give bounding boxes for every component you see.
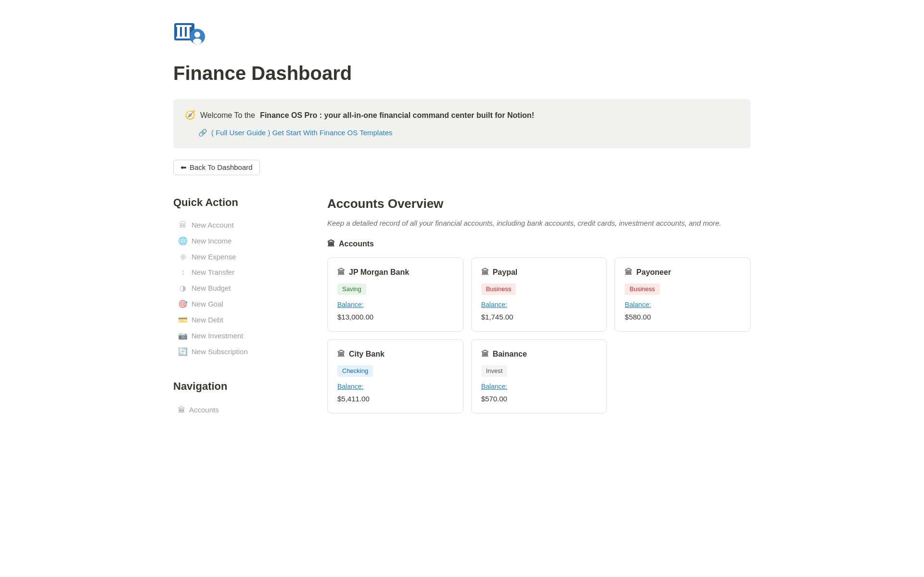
balance-label-1: Balance: (481, 300, 597, 310)
qa-label-1: New Income (192, 237, 231, 245)
quick-action-section: Quick Action 🏛New Account🌐New Income⊕New… (173, 194, 308, 359)
accounts-label-text: Accounts (339, 238, 374, 250)
balance-label-3: Balance: (337, 382, 453, 392)
qa-icon-0: 🏛 (178, 221, 188, 230)
welcome-text-bold: Finance OS Pro : your all-in-one financi… (260, 110, 534, 121)
quick-action-item-new-debt[interactable]: 💳New Debt (173, 312, 308, 327)
account-name-2: Payoneer (636, 267, 671, 278)
balance-amount-3: $5,411.00 (337, 394, 453, 405)
page-title: Finance Dashboard (173, 59, 751, 88)
account-card-city-bank[interactable]: 🏛 City Bank Checking Balance: $5,411.00 (327, 339, 463, 413)
balance-amount-0: $13,000.00 (337, 312, 453, 323)
guide-link-text: ( Full User Guide ) Get Start With Finan… (211, 128, 393, 139)
svg-rect-5 (176, 37, 192, 38)
qa-icon-4: ◑ (178, 283, 188, 293)
account-name-1: Paypal (493, 267, 518, 278)
bank-icon-4: 🏛 (481, 348, 489, 360)
account-tag-3: Checking (337, 365, 373, 377)
accounts-grid: 🏛 JP Morgan Bank Saving Balance: $13,000… (327, 257, 751, 413)
balance-label-4: Balance: (481, 382, 597, 392)
svg-point-7 (194, 32, 200, 38)
qa-label-8: New Subscription (192, 347, 248, 356)
account-card-header-3: 🏛 City Bank (337, 348, 453, 360)
account-tag-0: Saving (337, 283, 366, 295)
logo-area (173, 19, 751, 49)
main-content-grid: Quick Action 🏛New Account🌐New Income⊕New… (173, 194, 751, 419)
welcome-text-prefix: Welcome To the (200, 110, 255, 121)
qa-icon-8: 🔄 (178, 347, 188, 356)
quick-action-list: 🏛New Account🌐New Income⊕New Expense↕New … (173, 218, 308, 359)
svg-rect-4 (176, 25, 192, 27)
back-to-dashboard-button[interactable]: ⬅ Back To Dashboard (173, 160, 260, 175)
welcome-banner: 🧭 Welcome To the Finance OS Pro : your a… (173, 99, 751, 148)
nav-list: 🏛Accounts (173, 402, 308, 419)
account-card-header-2: 🏛 Payoneer (625, 267, 741, 278)
accounts-bank-icon: 🏛 (327, 238, 335, 250)
balance-label-0: Balance: (337, 300, 453, 310)
qa-icon-7: 📷 (178, 331, 188, 340)
balance-amount-1: $1,745.00 (481, 312, 597, 323)
account-card-bainance[interactable]: 🏛 Bainance Invest Balance: $570.00 (471, 339, 607, 413)
bank-icon-0: 🏛 (337, 267, 345, 278)
qa-label-7: New Investment (192, 332, 244, 340)
compass-icon: 🧭 (185, 109, 195, 122)
qa-label-0: New Account (192, 221, 234, 229)
quick-action-item-new-investment[interactable]: 📷New Investment (173, 328, 308, 343)
quick-action-item-new-expense[interactable]: ⊕New Expense (173, 249, 308, 264)
nav-item-accounts[interactable]: 🏛Accounts (173, 402, 308, 419)
account-card-payoneer[interactable]: 🏛 Payoneer Business Balance: $580.00 (615, 257, 751, 332)
balance-amount-2: $580.00 (625, 312, 741, 323)
account-card-paypal[interactable]: 🏛 Paypal Business Balance: $1,745.00 (471, 257, 607, 332)
qa-label-3: New Transfer (192, 268, 234, 276)
accounts-section: Accounts Overview Keep a detailed record… (327, 194, 751, 414)
accounts-description: Keep a detailed record of all your finan… (327, 218, 751, 229)
navigation-section: Navigation 🏛Accounts (173, 378, 308, 419)
account-card-header-1: 🏛 Paypal (481, 267, 597, 278)
balance-amount-4: $570.00 (481, 394, 597, 405)
qa-icon-2: ⊕ (178, 252, 188, 261)
accounts-label: 🏛 Accounts (327, 238, 751, 250)
account-tag-2: Business (625, 283, 660, 295)
quick-action-heading: Quick Action (173, 194, 308, 210)
quick-action-item-new-subscription[interactable]: 🔄New Subscription (173, 344, 308, 359)
app-logo (173, 19, 207, 46)
account-tag-4: Invest (481, 365, 508, 377)
account-name-0: JP Morgan Bank (349, 267, 409, 278)
link-icon: 🔗 (198, 128, 207, 139)
quick-action-item-new-goal[interactable]: 🎯New Goal (173, 296, 308, 311)
qa-icon-5: 🎯 (178, 299, 188, 308)
account-card-header-0: 🏛 JP Morgan Bank (337, 267, 453, 278)
guide-link[interactable]: 🔗 ( Full User Guide ) Get Start With Fin… (198, 128, 739, 139)
qa-icon-1: 🌐 (178, 236, 188, 245)
quick-action-item-new-budget[interactable]: ◑New Budget (173, 281, 308, 295)
nav-label-0: Accounts (189, 405, 219, 416)
qa-label-2: New Expense (192, 253, 236, 261)
bank-icon-2: 🏛 (625, 267, 632, 278)
quick-action-item-new-income[interactable]: 🌐New Income (173, 233, 308, 248)
account-tag-1: Business (481, 283, 516, 295)
quick-action-item-new-account[interactable]: 🏛New Account (173, 218, 308, 232)
svg-rect-2 (182, 27, 185, 37)
qa-label-4: New Budget (192, 284, 231, 292)
bank-icon-1: 🏛 (481, 267, 489, 278)
account-card-header-4: 🏛 Bainance (481, 348, 597, 360)
svg-rect-3 (187, 27, 190, 37)
qa-icon-6: 💳 (178, 315, 188, 324)
bank-icon-3: 🏛 (337, 348, 345, 360)
qa-label-5: New Goal (192, 300, 223, 308)
svg-rect-1 (177, 27, 180, 37)
quick-action-item-new-transfer[interactable]: ↕New Transfer (173, 265, 308, 280)
back-arrow-icon: ⬅ (180, 163, 187, 172)
back-button-label: Back To Dashboard (190, 163, 253, 171)
account-name-4: Bainance (493, 348, 527, 360)
navigation-heading: Navigation (173, 378, 308, 394)
account-card-jp-morgan-bank[interactable]: 🏛 JP Morgan Bank Saving Balance: $13,000… (327, 257, 463, 332)
left-sidebar: Quick Action 🏛New Account🌐New Income⊕New… (173, 194, 308, 419)
account-name-3: City Bank (349, 348, 385, 360)
nav-icon-0: 🏛 (178, 405, 185, 416)
qa-label-6: New Debt (192, 316, 223, 324)
balance-label-2: Balance: (625, 300, 741, 310)
accounts-overview-heading: Accounts Overview (327, 194, 751, 213)
svg-point-8 (193, 38, 202, 44)
qa-icon-3: ↕ (178, 268, 188, 277)
